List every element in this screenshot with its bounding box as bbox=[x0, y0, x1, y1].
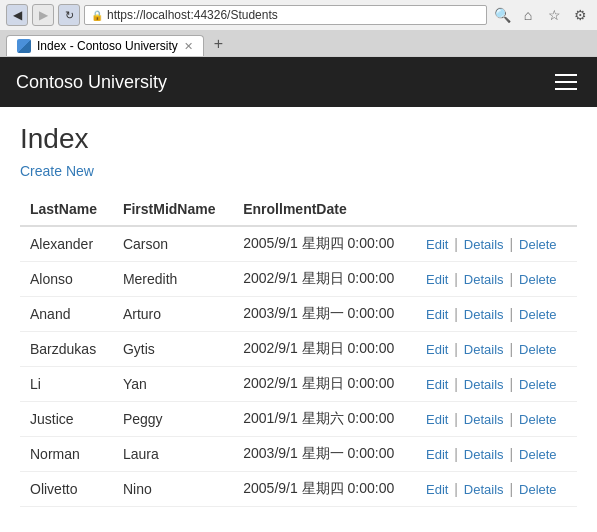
star-icon[interactable]: ☆ bbox=[543, 4, 565, 26]
separator-2: | bbox=[509, 376, 517, 392]
edit-link[interactable]: Edit bbox=[426, 237, 448, 252]
table-row: Norman Laura 2003/9/1 星期一 0:00:00 Edit |… bbox=[20, 437, 577, 472]
col-header-firstname[interactable]: FirstMidName bbox=[113, 193, 233, 226]
cell-actions: Edit | Details | Delete bbox=[416, 226, 577, 262]
cell-firstname: Carson bbox=[113, 226, 233, 262]
page-content: Index Create New LastName FirstMidName E… bbox=[0, 107, 597, 523]
details-link[interactable]: Details bbox=[464, 482, 504, 497]
edit-link[interactable]: Edit bbox=[426, 377, 448, 392]
settings-icon[interactable]: ⚙ bbox=[569, 4, 591, 26]
table-row: Alexander Carson 2005/9/1 星期四 0:00:00 Ed… bbox=[20, 226, 577, 262]
cell-lastname: Li bbox=[20, 367, 113, 402]
separator-1: | bbox=[454, 271, 462, 287]
back-button[interactable]: ◀ bbox=[6, 4, 28, 26]
delete-link[interactable]: Delete bbox=[519, 307, 557, 322]
cell-firstname: Yan bbox=[113, 367, 233, 402]
cell-actions: Edit | Details | Delete bbox=[416, 402, 577, 437]
separator-1: | bbox=[454, 341, 462, 357]
cell-lastname: Barzdukas bbox=[20, 332, 113, 367]
col-header-lastname[interactable]: LastName bbox=[20, 193, 113, 226]
cell-actions: Edit | Details | Delete bbox=[416, 437, 577, 472]
cell-firstname: Peggy bbox=[113, 402, 233, 437]
navbar-toggle-button[interactable] bbox=[551, 70, 581, 94]
details-link[interactable]: Details bbox=[464, 237, 504, 252]
delete-link[interactable]: Delete bbox=[519, 272, 557, 287]
cell-enrollment: 2005/9/1 星期四 0:00:00 bbox=[233, 472, 416, 507]
details-link[interactable]: Details bbox=[464, 307, 504, 322]
browser-toolbar: ◀ ▶ ↻ 🔒 https://localhost:44326/Students… bbox=[0, 0, 597, 30]
cell-lastname: Alonso bbox=[20, 262, 113, 297]
edit-link[interactable]: Edit bbox=[426, 272, 448, 287]
table-row: Alonso Meredith 2002/9/1 星期日 0:00:00 Edi… bbox=[20, 262, 577, 297]
delete-link[interactable]: Delete bbox=[519, 482, 557, 497]
delete-link[interactable]: Delete bbox=[519, 237, 557, 252]
cell-actions: Edit | Details | Delete bbox=[416, 332, 577, 367]
separator-2: | bbox=[509, 481, 517, 497]
delete-link[interactable]: Delete bbox=[519, 447, 557, 462]
cell-actions: Edit | Details | Delete bbox=[416, 262, 577, 297]
navbar: Contoso University bbox=[0, 57, 597, 107]
table-body: Alexander Carson 2005/9/1 星期四 0:00:00 Ed… bbox=[20, 226, 577, 507]
details-link[interactable]: Details bbox=[464, 342, 504, 357]
details-link[interactable]: Details bbox=[464, 412, 504, 427]
separator-1: | bbox=[454, 236, 462, 252]
separator-2: | bbox=[509, 341, 517, 357]
students-table: LastName FirstMidName EnrollmentDate Ale… bbox=[20, 193, 577, 507]
address-bar[interactable]: 🔒 https://localhost:44326/Students bbox=[84, 5, 487, 25]
separator-2: | bbox=[509, 271, 517, 287]
delete-link[interactable]: Delete bbox=[519, 342, 557, 357]
separator-1: | bbox=[454, 411, 462, 427]
forward-button[interactable]: ▶ bbox=[32, 4, 54, 26]
edit-link[interactable]: Edit bbox=[426, 307, 448, 322]
details-link[interactable]: Details bbox=[464, 272, 504, 287]
browser-icons: 🔍 ⌂ ☆ ⚙ bbox=[491, 4, 591, 26]
edit-link[interactable]: Edit bbox=[426, 412, 448, 427]
delete-link[interactable]: Delete bbox=[519, 377, 557, 392]
separator-1: | bbox=[454, 446, 462, 462]
table-row: Olivetto Nino 2005/9/1 星期四 0:00:00 Edit … bbox=[20, 472, 577, 507]
cell-lastname: Norman bbox=[20, 437, 113, 472]
cell-actions: Edit | Details | Delete bbox=[416, 367, 577, 402]
edit-link[interactable]: Edit bbox=[426, 482, 448, 497]
cell-firstname: Nino bbox=[113, 472, 233, 507]
new-tab-button[interactable]: + bbox=[206, 32, 231, 56]
navbar-brand[interactable]: Contoso University bbox=[16, 72, 167, 93]
table-header: LastName FirstMidName EnrollmentDate bbox=[20, 193, 577, 226]
details-link[interactable]: Details bbox=[464, 377, 504, 392]
cell-enrollment: 2002/9/1 星期日 0:00:00 bbox=[233, 332, 416, 367]
cell-firstname: Arturo bbox=[113, 297, 233, 332]
edit-link[interactable]: Edit bbox=[426, 447, 448, 462]
details-link[interactable]: Details bbox=[464, 447, 504, 462]
delete-link[interactable]: Delete bbox=[519, 412, 557, 427]
cell-firstname: Meredith bbox=[113, 262, 233, 297]
reload-button[interactable]: ↻ bbox=[58, 4, 80, 26]
lock-icon: 🔒 bbox=[91, 10, 103, 21]
cell-enrollment: 2001/9/1 星期六 0:00:00 bbox=[233, 402, 416, 437]
home-icon[interactable]: ⌂ bbox=[517, 4, 539, 26]
cell-enrollment: 2002/9/1 星期日 0:00:00 bbox=[233, 367, 416, 402]
cell-enrollment: 2005/9/1 星期四 0:00:00 bbox=[233, 226, 416, 262]
header-row: LastName FirstMidName EnrollmentDate bbox=[20, 193, 577, 226]
search-icon[interactable]: 🔍 bbox=[491, 4, 513, 26]
create-new-link[interactable]: Create New bbox=[20, 163, 94, 179]
browser-chrome: ◀ ▶ ↻ 🔒 https://localhost:44326/Students… bbox=[0, 0, 597, 57]
cell-lastname: Alexander bbox=[20, 226, 113, 262]
col-header-actions bbox=[416, 193, 577, 226]
cell-enrollment: 2002/9/1 星期日 0:00:00 bbox=[233, 262, 416, 297]
tab-favicon bbox=[17, 39, 31, 53]
cell-enrollment: 2003/9/1 星期一 0:00:00 bbox=[233, 297, 416, 332]
tab-close-button[interactable]: ✕ bbox=[184, 40, 193, 53]
table-row: Justice Peggy 2001/9/1 星期六 0:00:00 Edit … bbox=[20, 402, 577, 437]
tab-title: Index - Contoso University bbox=[37, 39, 178, 53]
cell-actions: Edit | Details | Delete bbox=[416, 297, 577, 332]
edit-link[interactable]: Edit bbox=[426, 342, 448, 357]
cell-lastname: Olivetto bbox=[20, 472, 113, 507]
toggle-bar-2 bbox=[555, 81, 577, 83]
separator-2: | bbox=[509, 411, 517, 427]
toggle-bar-3 bbox=[555, 88, 577, 90]
active-tab[interactable]: Index - Contoso University ✕ bbox=[6, 35, 204, 56]
col-header-enrollment[interactable]: EnrollmentDate bbox=[233, 193, 416, 226]
separator-1: | bbox=[454, 306, 462, 322]
cell-lastname: Anand bbox=[20, 297, 113, 332]
separator-1: | bbox=[454, 376, 462, 392]
